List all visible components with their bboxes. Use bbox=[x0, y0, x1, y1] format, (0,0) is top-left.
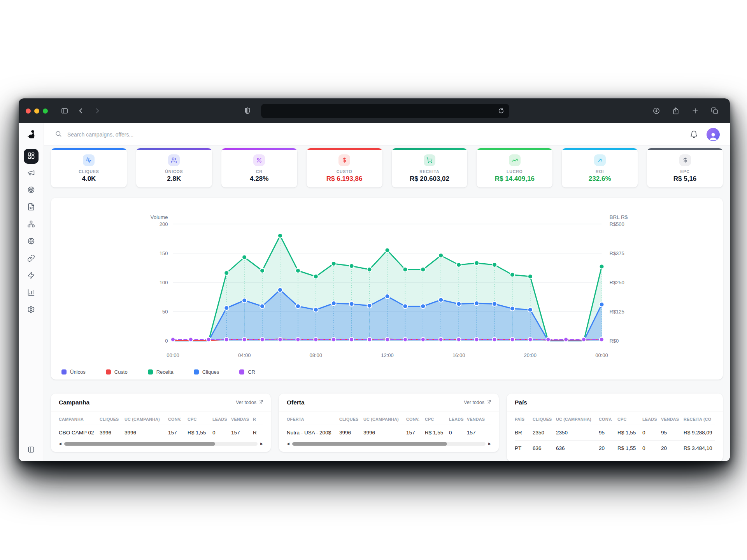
table-cell: R$ 9.288,09 bbox=[684, 425, 715, 440]
sidebar-item-link[interactable] bbox=[24, 252, 39, 266]
scrollbar-thumb[interactable] bbox=[64, 442, 215, 446]
horizontal-scrollbar[interactable]: ◀▶ bbox=[59, 442, 263, 446]
svg-text:200: 200 bbox=[160, 221, 168, 227]
table-cell: 0 bbox=[212, 425, 231, 440]
dog-logo[interactable] bbox=[19, 123, 44, 145]
desktop: CLIQUES4.0KÚNICOS2.8KCR4.28%CUSTOR$ 6.19… bbox=[0, 0, 747, 560]
table-cell: 3996 bbox=[363, 425, 406, 440]
table-row[interactable]: PT63663620R$ 1,55020R$ 3.484,10 bbox=[515, 441, 715, 456]
sidebar-item-megaphone[interactable] bbox=[24, 166, 39, 181]
legend-item-custo[interactable]: Custo bbox=[106, 369, 128, 375]
sidebar-item-settings[interactable] bbox=[24, 303, 39, 318]
horizontal-scrollbar[interactable]: ◀▶ bbox=[287, 442, 491, 446]
zap-icon bbox=[27, 271, 35, 281]
kpi-card-roi[interactable]: ROI232.6% bbox=[562, 148, 638, 187]
forward-icon[interactable] bbox=[93, 107, 102, 115]
browser-chrome bbox=[19, 98, 730, 123]
column-header: CLIQUES bbox=[339, 413, 363, 425]
url-bar[interactable] bbox=[261, 104, 509, 118]
column-header: LEADS bbox=[212, 413, 231, 425]
kpi-card-únicos[interactable]: ÚNICOS2.8K bbox=[136, 148, 212, 187]
svg-text:R$0: R$0 bbox=[610, 338, 619, 344]
table-cell: 95 bbox=[661, 425, 684, 440]
kpi-card-lucro[interactable]: LUCROR$ 14.409,16 bbox=[477, 148, 552, 187]
table-row[interactable]: BR2350235095R$ 1,55095R$ 9.288,09 bbox=[515, 425, 715, 441]
scroll-left-icon[interactable]: ◀ bbox=[59, 442, 61, 446]
window-controls bbox=[26, 108, 48, 114]
sidebar-item-bar-chart[interactable] bbox=[24, 286, 39, 301]
kpi-card-custo[interactable]: CUSTOR$ 6.193,86 bbox=[307, 148, 382, 187]
legend-swatch bbox=[239, 369, 244, 374]
sidebar-item-file-code[interactable] bbox=[24, 200, 39, 215]
svg-text:12:00: 12:00 bbox=[381, 352, 394, 358]
minimize-button[interactable] bbox=[34, 108, 39, 114]
share-icon[interactable] bbox=[672, 107, 680, 115]
search-box[interactable] bbox=[55, 130, 200, 139]
legend-label: Custo bbox=[114, 369, 128, 375]
external-link-icon bbox=[486, 400, 491, 406]
kpi-card-cliques[interactable]: CLIQUES4.0K bbox=[51, 148, 127, 187]
table-cell: R bbox=[253, 425, 263, 440]
kpi-value: R$ 20.603,02 bbox=[410, 175, 449, 183]
scroll-right-icon[interactable]: ▶ bbox=[260, 442, 263, 446]
user-avatar[interactable] bbox=[707, 128, 720, 141]
scrollbar-thumb[interactable] bbox=[292, 442, 447, 446]
legend-item-receita[interactable]: Receita bbox=[148, 369, 174, 375]
column-header: VENDAS bbox=[661, 413, 684, 425]
column-header: UC (CAMPANHA) bbox=[363, 413, 406, 425]
kpi-value: 2.8K bbox=[167, 175, 181, 183]
reload-icon[interactable] bbox=[497, 107, 505, 115]
sidebar-item-globe[interactable] bbox=[24, 234, 39, 249]
sidebar-item-layout-dashboard[interactable] bbox=[24, 149, 39, 164]
kpi-card-cr[interactable]: CR4.28% bbox=[221, 148, 297, 187]
table-row[interactable]: CBO CAMP 0239963996157R$ 1,550157R bbox=[59, 425, 263, 440]
external-link-icon bbox=[258, 400, 263, 406]
new-tab-icon[interactable] bbox=[691, 107, 700, 115]
column-header: CPC bbox=[188, 413, 212, 425]
kpi-value: R$ 5,16 bbox=[673, 175, 697, 183]
scroll-right-icon[interactable]: ▶ bbox=[488, 442, 491, 446]
chrome-toolbar-right bbox=[648, 107, 723, 115]
table-row[interactable]: Nutra - USA - 200$39963996157R$ 1,550157 bbox=[287, 425, 491, 440]
summary-tables: CampanhaVer todosCAMPANHACLIQUESUC (CAMP… bbox=[51, 394, 723, 461]
ver-todos-link[interactable]: Ver todos bbox=[236, 400, 263, 406]
scroll-left-icon[interactable]: ◀ bbox=[287, 442, 289, 446]
close-button[interactable] bbox=[26, 108, 31, 114]
svg-text:150: 150 bbox=[160, 250, 168, 256]
legend-item-cr[interactable]: CR bbox=[239, 369, 255, 375]
panel-toggle-icon[interactable] bbox=[27, 446, 35, 455]
table-cell: PT bbox=[515, 441, 533, 456]
table-cell: 2350 bbox=[556, 425, 599, 440]
svg-text:R$250: R$250 bbox=[610, 280, 624, 285]
sidebar-item-network[interactable] bbox=[24, 217, 39, 232]
table-cell: 2350 bbox=[533, 425, 556, 440]
zoom-button[interactable] bbox=[43, 108, 48, 114]
svg-text:R$375: R$375 bbox=[610, 250, 624, 256]
table-cell: 0 bbox=[449, 425, 467, 440]
table-header-row: PAÍSCLIQUESUC (CAMPANHA)CONV.CPCLEADSVEN… bbox=[515, 413, 715, 425]
kpi-label: CLIQUES bbox=[79, 169, 99, 174]
legend-item-únicos[interactable]: Únicos bbox=[61, 369, 86, 375]
kpi-card-receita[interactable]: RECEITAR$ 20.603,02 bbox=[392, 148, 468, 187]
kpi-card-epc[interactable]: EPCR$ 5,16 bbox=[647, 148, 723, 187]
table-card-oferta: OfertaVer todosOFERTACLIQUESUC (CAMPANHA… bbox=[279, 394, 499, 452]
downloads-icon[interactable] bbox=[652, 107, 661, 115]
sidebar-item-target[interactable] bbox=[24, 183, 39, 198]
svg-text:20:00: 20:00 bbox=[524, 352, 537, 358]
browser-sidebar-toggle-icon[interactable] bbox=[60, 107, 69, 115]
shield-icon[interactable] bbox=[243, 107, 252, 115]
ver-todos-link[interactable]: Ver todos bbox=[464, 400, 491, 406]
legend-item-cliques[interactable]: Cliques bbox=[194, 369, 219, 375]
svg-text:0: 0 bbox=[165, 338, 168, 344]
back-icon[interactable] bbox=[77, 107, 85, 115]
sidebar-item-zap[interactable] bbox=[24, 269, 39, 284]
notifications-bell-icon[interactable] bbox=[690, 130, 698, 138]
column-header: RECEITA (CO bbox=[684, 413, 715, 425]
column-header: CPC bbox=[425, 413, 449, 425]
legend-label: CR bbox=[248, 369, 255, 375]
column-header: OFERTA bbox=[287, 413, 339, 425]
search-input[interactable] bbox=[67, 131, 200, 138]
tab-overview-icon[interactable] bbox=[710, 107, 719, 115]
kpi-label: EPC bbox=[680, 169, 690, 174]
kpi-label: RECEITA bbox=[419, 169, 439, 174]
